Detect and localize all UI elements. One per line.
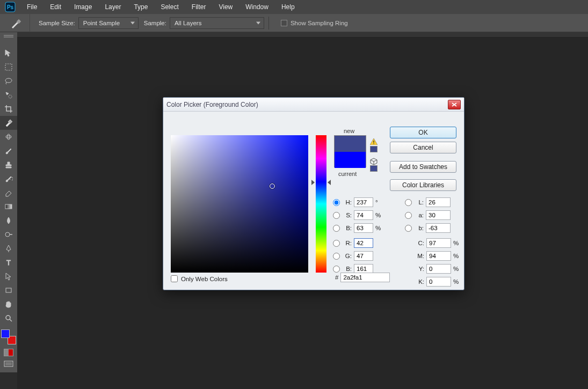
y-label: Y:	[415, 266, 424, 272]
menu-select[interactable]: Select	[154, 0, 185, 14]
move-tool[interactable]	[0, 46, 17, 60]
foreground-swatch[interactable]	[1, 329, 10, 338]
m-unit: %	[453, 253, 462, 259]
b-input[interactable]	[426, 223, 451, 233]
m-input[interactable]	[426, 251, 451, 261]
g-input[interactable]	[354, 251, 373, 261]
sample-dropdown[interactable]: All Layers	[170, 17, 264, 29]
bv-input[interactable]	[354, 223, 373, 233]
quick-select-tool[interactable]	[0, 88, 17, 102]
b-radio[interactable]	[405, 225, 412, 232]
l-input[interactable]	[426, 197, 451, 207]
marquee-tool[interactable]	[0, 60, 17, 74]
svg-rect-8	[8, 134, 10, 140]
sample-size-dropdown[interactable]: Point Sample	[78, 17, 139, 29]
gamut-clip-swatch[interactable]	[370, 146, 378, 152]
sample-size-label: Sample Size:	[39, 20, 75, 26]
svg-text:T: T	[6, 259, 11, 267]
y-input[interactable]	[426, 264, 451, 274]
preview-current[interactable]	[335, 152, 366, 168]
menu-help[interactable]: Help	[275, 0, 301, 14]
app-logo: Ps	[4, 1, 16, 13]
ok-button[interactable]: OK	[390, 127, 456, 138]
dialog-titlebar[interactable]: Color Picker (Foreground Color)	[163, 98, 464, 112]
l-radio[interactable]	[405, 199, 412, 206]
menu-file[interactable]: File	[20, 0, 43, 14]
sample-label: Sample:	[144, 20, 166, 26]
s-radio[interactable]	[333, 212, 340, 219]
a-radio[interactable]	[405, 212, 412, 219]
blur-tool[interactable]	[0, 214, 17, 227]
svg-rect-9	[5, 204, 12, 209]
svg-rect-3	[5, 64, 12, 70]
history-brush-tool[interactable]	[0, 172, 17, 186]
quick-mask-toggle[interactable]	[0, 347, 17, 358]
menu-filter[interactable]: Filter	[185, 0, 213, 14]
screen-mode-button[interactable]	[0, 358, 17, 372]
lasso-tool[interactable]	[0, 74, 17, 88]
current-tool-icon[interactable]	[2, 14, 30, 32]
shape-tool[interactable]	[0, 283, 17, 297]
healing-tool[interactable]	[0, 130, 17, 144]
c-input[interactable]	[426, 238, 451, 248]
bv-row: B: %	[333, 223, 384, 233]
y-row: Y: %	[415, 264, 462, 274]
h-input[interactable]	[354, 197, 373, 207]
color-libraries-button[interactable]: Color Libraries	[390, 179, 456, 191]
h-radio[interactable]	[333, 199, 340, 206]
a-input[interactable]	[426, 210, 451, 220]
cancel-button[interactable]: Cancel	[390, 142, 456, 153]
stamp-tool[interactable]	[0, 158, 17, 172]
menu-window[interactable]: Window	[239, 0, 275, 14]
c-label: C:	[415, 240, 424, 246]
g-radio[interactable]	[333, 253, 340, 260]
r-radio[interactable]	[333, 240, 340, 247]
svg-rect-19	[373, 141, 374, 143]
color-preview	[334, 135, 366, 167]
preview-new[interactable]	[335, 136, 366, 152]
zoom-tool[interactable]	[0, 311, 17, 325]
k-unit: %	[453, 278, 462, 285]
menu-image[interactable]: Image	[68, 0, 98, 14]
svg-point-15	[6, 315, 10, 320]
hue-slider[interactable]	[316, 135, 326, 273]
color-swatches[interactable]	[1, 329, 16, 344]
toolbox: T	[0, 32, 17, 372]
k-input[interactable]	[426, 277, 451, 287]
add-swatch-button[interactable]: Add to Swatches	[390, 161, 456, 173]
svg-point-4	[5, 78, 12, 83]
websafe-warning-icon[interactable]	[369, 158, 378, 165]
gamut-warning-icon[interactable]	[370, 138, 378, 145]
s-input[interactable]	[354, 210, 373, 220]
path-select-tool[interactable]	[0, 269, 17, 283]
menu-type[interactable]: Type	[127, 0, 154, 14]
close-button[interactable]	[448, 100, 461, 109]
menubar[interactable]: Ps File Edit Image Layer Type Select Fil…	[0, 0, 588, 14]
eyedropper-tool[interactable]	[0, 116, 17, 130]
eraser-tool[interactable]	[0, 186, 17, 200]
bv-radio[interactable]	[333, 225, 340, 232]
dialog-title: Color Picker (Foreground Color)	[166, 101, 258, 108]
show-sampling-ring-check[interactable]: Show Sampling Ring	[281, 20, 348, 26]
saturation-value-field[interactable]	[171, 135, 308, 273]
menu-view[interactable]: View	[212, 0, 239, 14]
dodge-tool[interactable]	[0, 227, 17, 241]
menu-layer[interactable]: Layer	[98, 0, 127, 14]
bb-radio[interactable]	[333, 266, 340, 273]
gradient-tool[interactable]	[0, 200, 17, 214]
hand-tool[interactable]	[0, 297, 17, 311]
hue-pointer-right	[328, 180, 331, 185]
toolbox-grip[interactable]	[0, 32, 17, 39]
pen-tool[interactable]	[0, 241, 17, 255]
type-tool[interactable]: T	[0, 255, 17, 269]
brush-tool[interactable]	[0, 144, 17, 158]
r-input[interactable]	[354, 238, 373, 248]
hex-row: #	[335, 273, 390, 282]
menu-edit[interactable]: Edit	[43, 0, 68, 14]
only-web-colors-label: Only Web Colors	[181, 276, 228, 282]
hex-input[interactable]	[340, 273, 390, 282]
only-web-colors-checkbox[interactable]	[171, 275, 178, 282]
websafe-swatch[interactable]	[370, 165, 378, 172]
only-web-colors-check[interactable]: Only Web Colors	[171, 275, 228, 282]
crop-tool[interactable]	[0, 102, 17, 116]
